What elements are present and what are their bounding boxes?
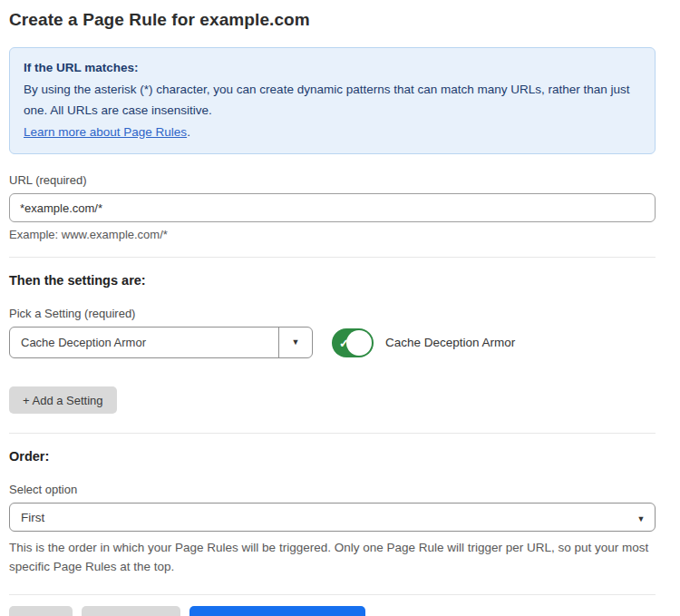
url-hint: Example: www.example.com/* bbox=[9, 228, 656, 241]
page-title: Create a Page Rule for example.com bbox=[9, 10, 656, 30]
setting-select-arrow-box[interactable]: ▼ bbox=[278, 328, 312, 357]
order-heading: Order: bbox=[9, 449, 656, 464]
add-setting-button[interactable]: + Add a Setting bbox=[9, 386, 117, 414]
save-draft-button[interactable]: Save as Draft bbox=[82, 606, 180, 616]
setting-select[interactable]: Cache Deception Armor ▼ bbox=[9, 327, 313, 358]
chevron-down-icon: ▼ bbox=[292, 338, 300, 347]
url-input[interactable] bbox=[9, 193, 656, 222]
save-deploy-button[interactable]: Save and Deploy Page Rule bbox=[189, 606, 364, 616]
info-banner-link-line: Learn more about Page Rules. bbox=[24, 122, 641, 143]
cancel-button[interactable]: Cancel bbox=[9, 606, 73, 616]
setting-picker-label: Pick a Setting (required) bbox=[9, 307, 656, 320]
setting-toggle[interactable]: ✓ bbox=[332, 328, 374, 357]
setting-toggle-label: Cache Deception Armor bbox=[385, 336, 515, 349]
link-suffix: . bbox=[187, 125, 190, 139]
order-hint: This is the order in which your Page Rul… bbox=[9, 538, 656, 576]
setting-row: Cache Deception Armor ▼ ✓ Cache Deceptio… bbox=[9, 327, 656, 358]
url-match-info-banner: If the URL matches: By using the asteris… bbox=[9, 47, 656, 154]
order-select-arrow: ▼ bbox=[627, 509, 655, 525]
footer-actions: Cancel Save as Draft Save and Deploy Pag… bbox=[9, 595, 656, 616]
toggle-knob bbox=[346, 330, 372, 356]
url-label: URL (required) bbox=[9, 173, 656, 187]
divider bbox=[9, 433, 656, 434]
order-select-label: Select option bbox=[9, 483, 656, 496]
info-banner-body: By using the asterisk (*) character, you… bbox=[24, 79, 641, 122]
divider bbox=[9, 257, 656, 258]
settings-heading: Then the settings are: bbox=[9, 273, 656, 288]
page-rule-form: Create a Page Rule for example.com If th… bbox=[9, 0, 656, 616]
chevron-down-icon: ▼ bbox=[637, 514, 646, 523]
order-select-value: First bbox=[10, 511, 627, 524]
learn-more-link[interactable]: Learn more about Page Rules bbox=[24, 125, 187, 139]
order-select[interactable]: First ▼ bbox=[9, 503, 656, 532]
info-banner-heading: If the URL matches: bbox=[24, 57, 641, 79]
setting-select-value: Cache Deception Armor bbox=[10, 328, 278, 357]
